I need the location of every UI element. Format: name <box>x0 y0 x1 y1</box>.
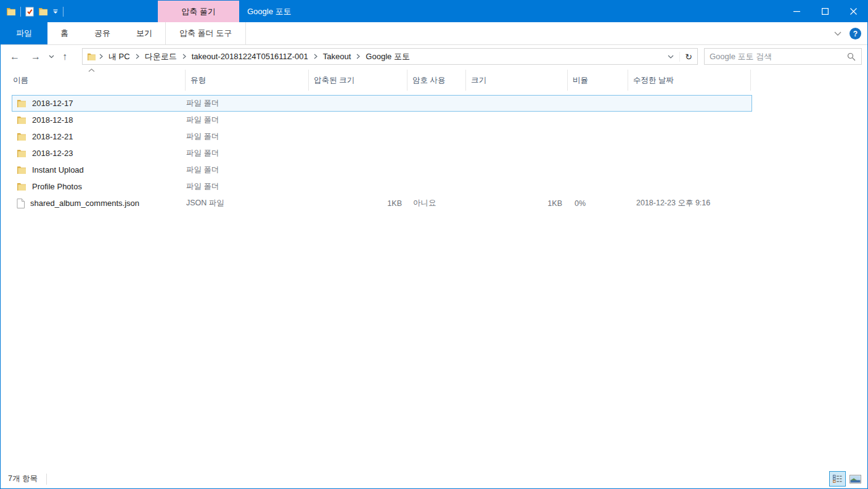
quick-access-toolbar <box>6 1 63 22</box>
column-header-6[interactable]: 수정한 날짜 <box>628 70 751 91</box>
breadcrumb-chevron-icon <box>311 54 321 59</box>
back-icon[interactable]: ← <box>4 52 25 62</box>
file-name-cell: 2018-12-18 <box>12 112 186 128</box>
folder-icon <box>17 183 27 191</box>
close-button[interactable] <box>839 1 867 22</box>
file-name-cell: 2018-12-23 <box>12 146 186 161</box>
file-name-cell: 2018-12-17 <box>12 96 186 111</box>
table-row[interactable]: 2018-12-17파일 폴더 <box>12 95 752 112</box>
breadcrumb-item[interactable]: takeout-20181224T051611Z-001 <box>189 52 311 61</box>
search-input[interactable] <box>705 52 847 61</box>
date-modified-cell <box>629 129 751 144</box>
tab-file[interactable]: 파일 <box>1 22 47 44</box>
table-row[interactable]: 2018-12-21파일 폴더 <box>12 128 752 145</box>
address-bar-controls: ↻ <box>662 52 697 62</box>
column-headers: 이름유형압축된 크기암호 사용크기비율수정한 날짜 <box>1 70 751 91</box>
date-modified-cell <box>629 112 751 128</box>
folder-icon <box>17 99 27 107</box>
status-separator <box>46 474 47 485</box>
thumbnails-view-button[interactable] <box>847 471 864 487</box>
breadcrumb-chevron-icon <box>179 54 189 59</box>
breadcrumb: 내 PC다운로드takeout-20181224T051611Z-001Take… <box>83 51 662 62</box>
up-icon[interactable]: ↑ <box>57 52 73 62</box>
file-type-cell: 파일 폴더 <box>186 146 309 161</box>
search-icon[interactable] <box>847 52 861 61</box>
password-cell <box>408 129 467 144</box>
customize-toolbar-chevron-icon[interactable] <box>52 9 59 14</box>
table-row[interactable]: 2018-12-18파일 폴더 <box>12 112 752 128</box>
explorer-window: 압축 풀기 Google 포토 파일 홈 공유 보기 압축 폴더 도구 ? <box>0 0 868 489</box>
file-name-cell: 2018-12-21 <box>12 129 186 144</box>
toolbar-separator <box>20 7 21 17</box>
column-header-4[interactable]: 크기 <box>466 70 568 91</box>
date-modified-cell <box>629 96 751 111</box>
table-row[interactable]: shared_album_comments.jsonJSON 파일1KB아니요1… <box>12 195 752 212</box>
address-bar[interactable]: 내 PC다운로드takeout-20181224T051611Z-001Take… <box>82 48 698 65</box>
password-cell <box>408 146 467 161</box>
tab-compressed-folder-tools[interactable]: 압축 폴더 도구 <box>165 22 246 44</box>
folder-icon[interactable] <box>6 7 16 15</box>
search-box <box>704 48 862 65</box>
recent-locations-chevron-icon[interactable] <box>46 55 57 59</box>
column-header-5[interactable]: 비율 <box>568 70 628 91</box>
refresh-icon[interactable]: ↻ <box>679 52 697 62</box>
compressed-size-cell <box>309 179 408 194</box>
details-view-button[interactable] <box>829 471 846 487</box>
address-dropdown-chevron-icon[interactable] <box>662 55 679 59</box>
checked-document-icon[interactable] <box>25 7 34 17</box>
column-header-3[interactable]: 암호 사용 <box>407 70 466 91</box>
view-toggle-buttons <box>829 471 864 487</box>
forward-icon[interactable]: → <box>25 52 46 62</box>
table-row[interactable]: Profile Photos파일 폴더 <box>12 178 752 195</box>
navigation-buttons: ← → ↑ <box>4 45 73 68</box>
expand-ribbon-chevron-icon[interactable] <box>834 31 841 36</box>
folder-icon <box>17 149 27 157</box>
minimize-button[interactable] <box>782 1 811 22</box>
column-header-1[interactable]: 유형 <box>186 70 309 91</box>
title-bar: 압축 풀기 Google 포토 <box>1 1 867 22</box>
size-cell <box>467 179 568 194</box>
status-bar: 7개 항목 <box>1 469 867 488</box>
size-cell <box>467 112 568 128</box>
ratio-cell <box>568 112 629 128</box>
tab-share[interactable]: 공유 <box>81 22 123 44</box>
item-count: 7개 항목 <box>1 474 38 484</box>
column-header-2[interactable]: 압축된 크기 <box>309 70 407 91</box>
table-row[interactable]: Instant Upload파일 폴더 <box>12 162 752 178</box>
compressed-size-cell <box>309 96 408 111</box>
breadcrumb-item[interactable]: 다운로드 <box>142 51 179 62</box>
contextual-tab-group-label: 압축 풀기 <box>158 1 239 22</box>
sort-ascending-icon <box>88 68 95 72</box>
breadcrumb-chevron-icon <box>353 54 363 59</box>
table-row[interactable]: 2018-12-23파일 폴더 <box>12 145 752 162</box>
compressed-size-cell <box>309 146 408 161</box>
breadcrumb-item[interactable]: Takeout <box>321 52 354 61</box>
size-cell <box>467 129 568 144</box>
folder-icon[interactable] <box>38 7 48 15</box>
tab-home[interactable]: 홈 <box>47 22 81 44</box>
help-button[interactable]: ? <box>850 28 861 39</box>
date-modified-cell <box>629 179 751 194</box>
file-name-cell: shared_album_comments.json <box>12 195 186 211</box>
file-type-cell: JSON 파일 <box>186 195 309 211</box>
file-type-cell: 파일 폴더 <box>186 162 309 178</box>
size-cell <box>467 162 568 178</box>
breadcrumb-chevron-icon <box>96 54 106 59</box>
ratio-cell: 0% <box>568 195 629 211</box>
password-cell: 아니요 <box>408 195 467 211</box>
column-header-0[interactable]: 이름 <box>1 70 186 91</box>
folder-icon <box>17 133 27 141</box>
maximize-button[interactable] <box>811 1 839 22</box>
compressed-size-cell <box>309 162 408 178</box>
breadcrumb-item[interactable]: 내 PC <box>106 51 133 62</box>
file-name-cell: Profile Photos <box>12 179 186 194</box>
ratio-cell <box>568 179 629 194</box>
ratio-cell <box>568 162 629 178</box>
breadcrumb-item[interactable]: Google 포토 <box>363 51 412 62</box>
window-controls <box>782 1 867 22</box>
tab-view[interactable]: 보기 <box>123 22 165 44</box>
toolbar-separator <box>63 7 63 17</box>
file-type-cell: 파일 폴더 <box>186 179 309 194</box>
file-type-cell: 파일 폴더 <box>186 112 309 128</box>
file-name-label: Instant Upload <box>32 165 84 175</box>
